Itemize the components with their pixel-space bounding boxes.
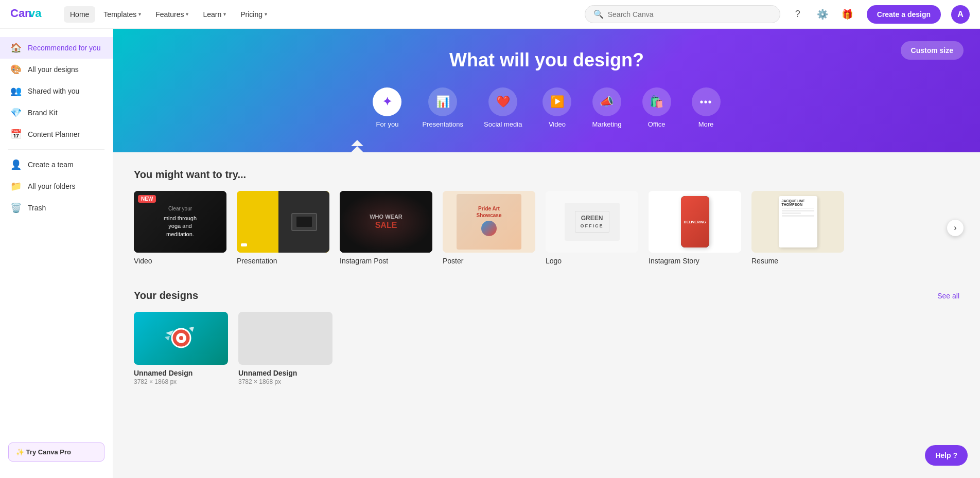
resume-label: Resume: [751, 257, 844, 265]
designs-section-title: Your designs: [134, 290, 198, 302]
social-label: Social media: [484, 120, 522, 128]
nav-icons: ? ⚙️ 🎁 Create a design A: [789, 5, 970, 24]
sidebar-item-create-team[interactable]: 👤 Create a team: [0, 154, 113, 175]
try-canva-pro-button[interactable]: ✨ Try Canva Pro: [8, 442, 104, 462]
nav-features[interactable]: Features ▾: [149, 6, 195, 23]
template-grid: Clear your mind through yoga and meditat…: [134, 191, 959, 265]
sidebar-item-trash[interactable]: 🗑️ Trash: [0, 197, 113, 219]
office-label: Office: [648, 120, 666, 128]
help-button[interactable]: Help ?: [925, 445, 968, 466]
chevron-down-icon: ▾: [223, 11, 226, 17]
instagram-thumbnail: WHO WEAR SALE: [340, 191, 432, 253]
template-card-presentation[interactable]: Presentation: [237, 191, 329, 265]
logo-label: Logo: [546, 257, 638, 265]
hero-icon-office[interactable]: 🛍️ Office: [642, 87, 671, 128]
design-name-1: Unnamed Design: [238, 369, 332, 377]
hero-icon-foryou[interactable]: ✦ For you: [373, 87, 401, 128]
brand-kit-icon: 💎: [10, 107, 22, 118]
video-label: Video: [134, 257, 226, 265]
nav-pricing[interactable]: Pricing ▾: [234, 6, 273, 23]
presentations-label: Presentations: [422, 120, 463, 128]
chevron-down-icon: ▾: [265, 11, 267, 17]
more-icon-circle: •••: [692, 87, 721, 116]
template-card-ig-story[interactable]: DELIVERING Instagram Story: [649, 191, 741, 265]
nav-links: Home Templates ▾ Features ▾ Learn ▾ Pric…: [64, 6, 585, 23]
sidebar-item-brand-kit[interactable]: 💎 Brand Kit: [0, 102, 113, 123]
template-card-logo[interactable]: GREENOFFICE Logo: [546, 191, 638, 265]
nav-home[interactable]: Home: [64, 6, 95, 23]
designs-section-header: Your designs See all: [134, 290, 959, 302]
sidebar-bottom: ✨ Try Canva Pro: [0, 434, 113, 470]
logo-thumbnail: GREENOFFICE: [546, 191, 638, 253]
sidebar-item-shared[interactable]: 👥 Shared with you: [0, 80, 113, 102]
design-card-1[interactable]: Unnamed Design 3782 × 1868 px: [238, 312, 332, 385]
hero-icon-more[interactable]: ••• More: [692, 87, 721, 128]
search-input[interactable]: [608, 10, 772, 19]
scroll-next-btn[interactable]: ›: [947, 220, 964, 236]
template-wrapper: Clear your mind through yoga and meditat…: [134, 191, 959, 265]
story-thumbnail: DELIVERING: [649, 191, 741, 253]
hero-icon-social[interactable]: ❤️ Social media: [484, 87, 522, 128]
template-card-poster[interactable]: Pride Art Showcase Poster: [443, 191, 535, 265]
canva-logo[interactable]: Can va: [10, 6, 51, 23]
hero-icon-presentations[interactable]: 📊 Presentations: [422, 87, 463, 128]
sidebar-item-all-designs[interactable]: 🎨 All your designs: [0, 59, 113, 80]
sidebar-item-folders[interactable]: 📁 All your folders: [0, 175, 113, 197]
hero-section: What will you design? Custom size ✦ For …: [113, 29, 980, 152]
nav-templates[interactable]: Templates ▾: [97, 6, 147, 23]
foryou-icon-circle: ✦: [373, 87, 401, 116]
notifications-icon-btn[interactable]: 🎁: [838, 5, 856, 24]
svg-point-4: [179, 336, 183, 340]
designs-icon: 🎨: [10, 64, 22, 75]
sidebar-item-content-planner[interactable]: 📅 Content Planner: [0, 123, 113, 145]
more-label: More: [698, 120, 714, 128]
marketing-label: Marketing: [592, 120, 621, 128]
design-size-0: 3782 × 1868 px: [134, 378, 228, 385]
hero-indicator: [351, 140, 363, 152]
home-icon: 🏠: [10, 42, 22, 54]
template-card-video[interactable]: Clear your mind through yoga and meditat…: [134, 191, 226, 265]
foryou-label: For you: [376, 120, 398, 128]
sidebar-divider: [8, 149, 104, 150]
search-bar: 🔍: [585, 5, 780, 23]
hero-icon-row: ✦ For you 📊 Presentations ❤️ Social: [144, 87, 949, 128]
settings-icon-btn[interactable]: ⚙️: [813, 5, 832, 24]
poster-thumbnail: Pride Art Showcase: [443, 191, 535, 253]
designs-section: Your designs See all: [134, 290, 959, 385]
sidebar-item-recommended[interactable]: 🏠 Recommended for you: [0, 37, 113, 59]
template-card-instagram[interactable]: WHO WEAR SALE Instagram Post: [340, 191, 432, 265]
hero-icon-marketing[interactable]: 📣 Marketing: [592, 87, 621, 128]
design-card-0[interactable]: Unnamed Design 3782 × 1868 px: [134, 312, 228, 385]
try-section: You might want to try... Clear your mind…: [134, 169, 959, 265]
presentation-label: Presentation: [237, 257, 329, 265]
poster-label: Poster: [443, 257, 535, 265]
design-thumb-1: [238, 312, 332, 365]
nav-learn[interactable]: Learn ▾: [197, 6, 232, 23]
topnav: Can va Home Templates ▾ Features ▾ Learn…: [0, 0, 980, 29]
help-icon-btn[interactable]: ?: [789, 5, 807, 24]
custom-size-button[interactable]: Custom size: [901, 41, 964, 60]
trash-icon: 🗑️: [10, 202, 22, 214]
main-layout: 🏠 Recommended for you 🎨 All your designs…: [0, 29, 980, 478]
create-design-button[interactable]: Create a design: [867, 5, 941, 24]
design-thumb-0: [134, 312, 228, 365]
shared-icon: 👥: [10, 85, 22, 97]
presentation-thumbnail: [237, 191, 329, 253]
designs-grid: Unnamed Design 3782 × 1868 px Unnamed De…: [134, 312, 959, 385]
content-area: You might want to try... Clear your mind…: [113, 152, 980, 402]
resume-thumbnail: JACQUELINETHOMPSON: [751, 191, 844, 253]
main-content: What will you design? Custom size ✦ For …: [113, 29, 980, 478]
hero-icon-video[interactable]: ▶️ Video: [542, 87, 571, 128]
try-section-title: You might want to try...: [134, 169, 959, 181]
office-icon-circle: 🛍️: [642, 87, 671, 116]
marketing-icon-circle: 📣: [592, 87, 621, 116]
avatar[interactable]: A: [951, 5, 970, 24]
template-card-resume[interactable]: JACQUELINETHOMPSON Res: [751, 191, 844, 265]
design-size-1: 3782 × 1868 px: [238, 378, 332, 385]
team-icon: 👤: [10, 159, 22, 170]
design-name-0: Unnamed Design: [134, 369, 228, 377]
chevron-down-icon: ▾: [138, 11, 141, 17]
hero-title: What will you design?: [144, 49, 949, 71]
see-all-link[interactable]: See all: [937, 292, 959, 300]
chevron-down-icon: ▾: [186, 11, 188, 17]
